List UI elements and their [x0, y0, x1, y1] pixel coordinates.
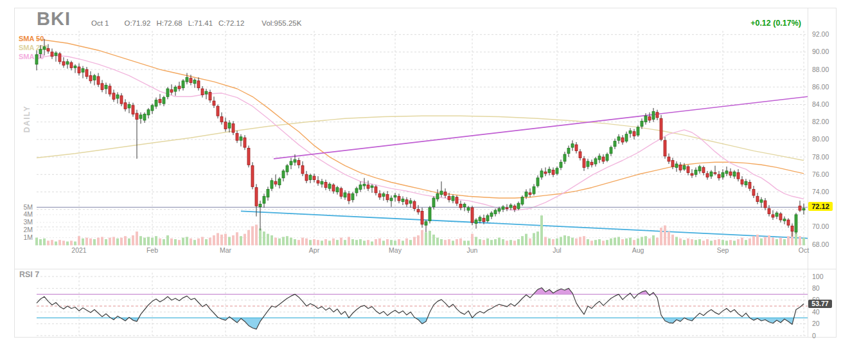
svg-text:92.00: 92.00 — [812, 30, 829, 38]
close-value: C:72.12 — [218, 19, 244, 27]
stock-chart-widget: SMA 50 SMA 200 SMA 20 DAILY 92.0090.0088… — [0, 0, 868, 344]
svg-text:40: 40 — [812, 308, 820, 316]
svg-text:0: 0 — [812, 332, 816, 339]
svg-text:76.00: 76.00 — [812, 170, 829, 178]
svg-text:2021: 2021 — [71, 246, 87, 254]
axis-labels: 92.0090.0088.0086.0084.0082.0080.0078.00… — [23, 30, 829, 339]
ohlc-readout: Oct 1O:71.92H:72.68L:71.41C:72.12Vol:955… — [91, 19, 307, 27]
svg-text:70.00: 70.00 — [812, 222, 829, 230]
svg-text:78.00: 78.00 — [812, 153, 829, 161]
svg-text:90.00: 90.00 — [812, 48, 829, 55]
low-value: L:71.41 — [188, 19, 213, 27]
price-change-badge: +0.12 (0.17%) — [642, 19, 801, 28]
svg-text:Jun: Jun — [467, 246, 478, 254]
svg-text:100: 100 — [812, 273, 824, 280]
svg-text:Aug: Aug — [632, 246, 644, 254]
chart-frame — [15, 8, 837, 338]
last-price-tag: 72.12 — [808, 202, 833, 211]
svg-text:Oct: Oct — [799, 246, 809, 254]
svg-text:84.00: 84.00 — [812, 100, 829, 108]
gridlines — [37, 31, 808, 336]
svg-text:20: 20 — [812, 320, 820, 327]
svg-text:Sep: Sep — [717, 246, 729, 254]
svg-text:Mar: Mar — [220, 246, 232, 254]
svg-text:4M: 4M — [23, 210, 33, 218]
svg-text:80.00: 80.00 — [812, 135, 829, 143]
svg-text:80: 80 — [812, 284, 820, 292]
volume-value: Vol:955.25K — [261, 19, 301, 27]
candlestick-chart-canvas[interactable]: SMA 50 SMA 200 SMA 20 DAILY 92.0090.0088… — [0, 0, 868, 344]
timeframe-daily-label: DAILY — [22, 105, 31, 132]
high-value: H:72.68 — [156, 19, 182, 27]
svg-text:Jul: Jul — [553, 246, 561, 254]
svg-text:88.00: 88.00 — [812, 66, 829, 73]
svg-text:5M: 5M — [23, 203, 33, 211]
svg-text:1M: 1M — [23, 233, 33, 241]
sma50-legend-label: SMA 50 — [19, 35, 44, 42]
svg-text:74.00: 74.00 — [812, 188, 829, 195]
svg-text:Apr: Apr — [309, 246, 320, 254]
svg-text:82.00: 82.00 — [812, 118, 829, 125]
svg-text:3M: 3M — [23, 218, 33, 226]
svg-text:May: May — [389, 246, 402, 254]
rsi-value-tag: 53.77 — [808, 300, 832, 308]
ticker-symbol: BKI — [37, 8, 71, 30]
svg-text:2M: 2M — [23, 226, 33, 233]
open-value: O:71.92 — [124, 19, 150, 27]
rsi-indicator-label: RSI 7 — [19, 270, 39, 279]
svg-text:86.00: 86.00 — [812, 83, 829, 91]
svg-text:Feb: Feb — [146, 246, 158, 254]
svg-text:68.00: 68.00 — [812, 240, 829, 248]
quote-date: Oct 1 — [91, 19, 109, 27]
